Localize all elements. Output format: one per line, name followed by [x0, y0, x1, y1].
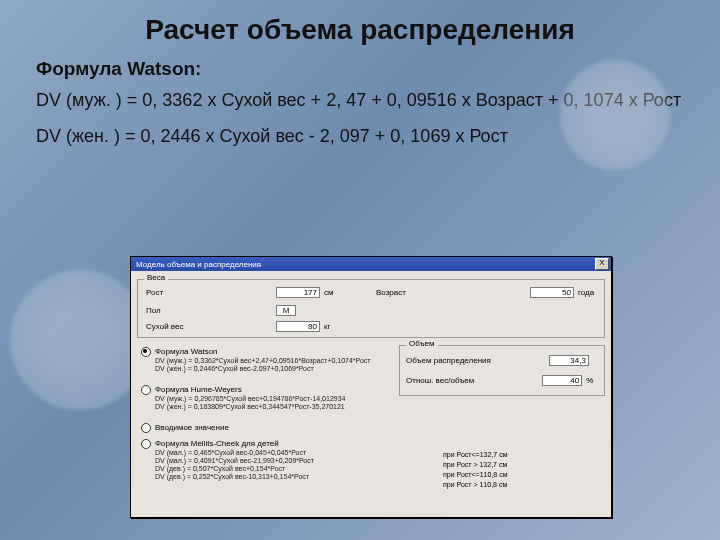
option-mellits[interactable]: Формула Mellits-Cheek для детей DV (мал.…	[141, 439, 314, 481]
option-hume-label: Формула Hume-Weyers	[155, 385, 242, 394]
note-1: при Рост<=132,7 см	[443, 451, 507, 459]
dryweight-input[interactable]	[276, 321, 320, 332]
height-label: Рост	[146, 288, 180, 297]
watson-line2: DV (жен.) = 0,2446*Сухой вес-2,097+0,106…	[141, 365, 371, 373]
height-input[interactable]	[276, 287, 320, 298]
ratio-label: Отнош. вес/объем	[406, 376, 474, 385]
note-2: при Рост > 132,7 см	[443, 461, 507, 469]
hume-line2: DV (жен.) = 0,183809*Сухой вес+0,344547*…	[141, 403, 345, 411]
group-weight-legend: Веса	[144, 273, 168, 282]
dv-label: Объем распределения	[406, 356, 491, 365]
radio-icon	[141, 439, 151, 449]
note-4: при Рост > 110,8 см	[443, 481, 507, 489]
option-hume[interactable]: Формула Hume-Weyers DV (муж.) = 0,296785…	[141, 385, 345, 411]
age-unit: года	[578, 288, 594, 297]
option-manual[interactable]: Вводимое значение	[141, 423, 229, 433]
mellits-line2: DV (мал.) = 0,4091*Сухой вес-21,993+0,20…	[141, 457, 314, 465]
height-unit: см	[324, 288, 334, 297]
page-title: Расчет объема распределения	[0, 0, 720, 56]
mellits-line3: DV (дев.) = 0,507*Сухой вес+0,154*Рост	[141, 465, 314, 473]
close-icon[interactable]: X	[595, 258, 609, 270]
group-weight: Веса Рост см Возраст года Пол Сухой вес …	[137, 279, 605, 338]
option-watson[interactable]: Формула Watson DV (муж.) = 0,3362*Сухой …	[141, 347, 371, 373]
gender-label: Пол	[146, 306, 180, 315]
ratio-unit: %	[586, 376, 593, 385]
option-manual-label: Вводимое значение	[155, 423, 229, 432]
radio-icon	[141, 347, 151, 357]
dialog-title: Модель объема и распределения	[133, 260, 261, 269]
group-result-legend: Объем	[406, 339, 438, 348]
dryweight-label: Сухой вес	[146, 322, 196, 331]
watson-line1: DV (муж.) = 0,3362*Сухой вес+2,47+0,0951…	[141, 357, 371, 365]
hume-line1: DV (муж.) = 0,296785*Сухой вес+0,194786*…	[141, 395, 345, 403]
group-result: Объем Объем распределения Отнош. вес/объ…	[399, 345, 605, 396]
note-3: при Рост<=110,8 см	[443, 471, 507, 479]
radio-icon	[141, 385, 151, 395]
gender-input[interactable]	[276, 305, 296, 316]
mellits-line1: DV (мал.) = 0,465*Сухой вес-0,045+0,045*…	[141, 449, 314, 457]
age-label: Возраст	[376, 288, 418, 297]
option-mellits-label: Формула Mellits-Cheek для детей	[155, 439, 279, 448]
titlebar: Модель объема и распределения X	[131, 257, 611, 271]
age-input[interactable]	[530, 287, 574, 298]
dv-output	[549, 355, 589, 366]
radio-icon	[141, 423, 151, 433]
option-watson-label: Формула Watson	[155, 347, 218, 356]
ratio-output	[542, 375, 582, 386]
mellits-line4: DV (дев.) = 0,252*Сухой вес-10,313+0,154…	[141, 473, 314, 481]
dialog-window: Модель объема и распределения X Веса Рос…	[130, 256, 612, 518]
dryweight-unit: кг	[324, 322, 330, 331]
